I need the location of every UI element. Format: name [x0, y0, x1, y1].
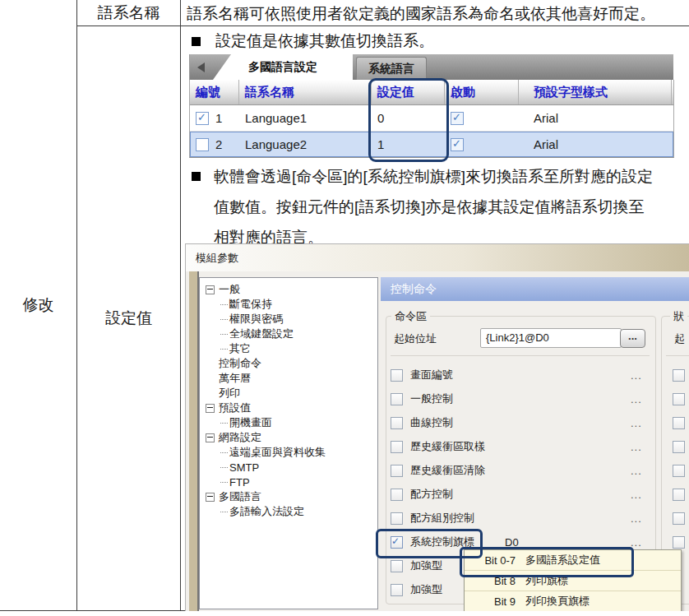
row-number: 2: [215, 137, 222, 151]
tab-scroll-left-icon[interactable]: [197, 63, 205, 72]
column-header-number: 編號: [190, 80, 239, 104]
ellipsis-button[interactable]: ...: [631, 512, 642, 525]
bit-description: 列印換頁旗標: [525, 594, 590, 609]
tree-item-network-settings[interactable]: 網路設定: [200, 430, 377, 445]
enabled-checkbox[interactable]: [196, 138, 209, 151]
tree-label: 萬年曆: [219, 371, 251, 386]
separator: [391, 355, 650, 356]
checkbox-row-screen-number[interactable]: 畫面編號...: [391, 367, 649, 383]
ellipsis-button[interactable]: ...: [631, 369, 642, 382]
checkbox-row-history-clear[interactable]: 歷史緩衝區清除...: [391, 462, 649, 479]
checkbox-label: 畫面編號: [410, 368, 453, 382]
checkbox-icon[interactable]: [391, 393, 403, 405]
active-checkbox[interactable]: [451, 112, 464, 125]
browse-button[interactable]: ...: [620, 329, 645, 348]
dialog-title: 模組參數: [196, 244, 238, 271]
tree-label: 一般: [219, 282, 240, 297]
dialog-title-bar[interactable]: 模組參數: [186, 244, 689, 271]
checkbox-label: 曲線控制: [410, 415, 453, 430]
checkbox-label: 歷史緩衝區取樣: [410, 439, 485, 454]
checkbox-row-recipe-control[interactable]: 配方控制...: [391, 486, 649, 503]
checkbox-icon[interactable]: [391, 512, 403, 525]
checkbox-row-general-control[interactable]: 一般控制...: [391, 391, 649, 407]
checkbox-row-history-sample[interactable]: 歷史緩衝區取樣...: [391, 438, 649, 455]
status-checkbox-icon[interactable]: [673, 393, 685, 405]
tab-bar: 多國語言設定 系統語言: [189, 54, 673, 80]
tab-multilanguage-settings[interactable]: 多國語言設定: [213, 54, 353, 80]
column-header-active: 啟動: [445, 80, 519, 104]
tree-item-power-retain[interactable]: 斷電保持: [200, 297, 377, 312]
checkbox-icon[interactable]: [391, 560, 403, 572]
tree-item-print[interactable]: 列印: [200, 386, 377, 401]
tab-system-language[interactable]: 系統語言: [356, 57, 427, 81]
tree-label: 開機畫面: [229, 415, 272, 430]
collapse-icon[interactable]: [206, 433, 215, 442]
tree-item-multilanguage[interactable]: 多國語言: [200, 489, 377, 504]
tree-item-remote-desktop[interactable]: 遠端桌面與資料收集: [200, 445, 377, 460]
settings-tree: 一般 斷電保持 權限與密碼 全域鍵盤設定 其它 控制命令 萬年曆 列印 預設值 …: [199, 277, 378, 609]
tree-label: SMTP: [229, 461, 259, 474]
ellipsis-button[interactable]: ...: [631, 465, 642, 477]
checkbox-icon[interactable]: [391, 417, 403, 429]
tree-label: 列印: [219, 386, 240, 401]
checkbox-icon[interactable]: [391, 584, 403, 596]
checkbox-row-curve-control[interactable]: 曲線控制...: [391, 415, 649, 431]
column-header-font: 預設字型樣式: [519, 80, 672, 104]
status-checkbox-icon[interactable]: [673, 441, 685, 453]
module-parameters-dialog: 模組參數 一般 斷電保持 權限與密碼 全域鍵盤設定 其它 控制命令 萬年曆 列印…: [185, 243, 689, 611]
checkbox-icon[interactable]: [391, 369, 403, 382]
ellipsis-button[interactable]: ...: [631, 417, 642, 429]
status-checkbox-icon[interactable]: [673, 512, 685, 525]
checkbox-label: 加強型: [410, 558, 442, 573]
checkbox-icon[interactable]: [391, 465, 403, 477]
tree-item-permissions-password[interactable]: 權限與密碼: [200, 312, 377, 327]
active-checkbox[interactable]: [451, 138, 464, 151]
tree-item-boot-screen[interactable]: 開機畫面: [200, 415, 377, 430]
language-name-cell: Language1: [239, 105, 372, 131]
tree-item-other[interactable]: 其它: [200, 341, 377, 356]
checkbox-icon[interactable]: [391, 489, 403, 501]
enabled-checkbox[interactable]: [196, 112, 209, 125]
tooltip-row-bit9: Bit 9列印換頁旗標: [465, 591, 681, 611]
start-address-label: 起始位址: [394, 331, 437, 346]
collapse-icon[interactable]: [206, 404, 215, 413]
ellipsis-button[interactable]: ...: [631, 489, 642, 501]
tree-label: 多國語言: [219, 489, 261, 504]
paragraph-line: 軟體會透過[命令區]的[系統控制旗標]來切換語系至所對應的設定: [214, 161, 653, 192]
checkbox-icon[interactable]: [391, 441, 403, 453]
tree-item-control-command[interactable]: 控制命令: [200, 356, 377, 371]
tree-item-calendar[interactable]: 萬年曆: [200, 371, 377, 386]
tree-item-general[interactable]: 一般: [200, 282, 377, 297]
bit0-7-highlight: [460, 547, 634, 577]
collapse-icon[interactable]: [206, 493, 215, 502]
collapse-icon[interactable]: [206, 285, 215, 294]
status-checkbox-icon[interactable]: [673, 465, 685, 477]
checkbox-label: 加強型: [410, 582, 442, 597]
row-number: 1: [215, 111, 222, 125]
checkbox-row-recipe-group-control[interactable]: 配方組別控制...: [391, 510, 649, 526]
checkbox-label: 一般控制: [410, 391, 453, 406]
language-name-description: 語系名稱可依照使用者欲定義的國家語系為命名或依其他喜好而定。: [187, 3, 655, 25]
tree-item-ftp[interactable]: FTP: [200, 475, 377, 489]
checkbox-label: 配方控制: [410, 487, 453, 502]
tree-label: 控制命令: [219, 356, 261, 371]
tree-item-global-keyboard[interactable]: 全域鍵盤設定: [200, 327, 377, 341]
bit-range: Bit 9: [465, 595, 516, 608]
row-header-modify: 修改: [0, 0, 76, 610]
status-checkbox-icon[interactable]: [673, 369, 685, 382]
ellipsis-button[interactable]: ...: [631, 536, 642, 549]
tree-label: 多語輸入法設定: [229, 504, 304, 519]
ellipsis-button[interactable]: ...: [631, 441, 642, 453]
start-address-input[interactable]: {Link2}1@D0: [480, 328, 622, 348]
tree-item-smtp[interactable]: SMTP: [200, 460, 377, 475]
tree-label: 斷電保持: [229, 297, 272, 312]
command-area-label: 命令區: [391, 309, 430, 324]
status-checkbox-icon[interactable]: [673, 417, 685, 429]
column-header-name: 語系名稱: [239, 80, 372, 104]
status-checkbox-icon[interactable]: [673, 536, 685, 549]
status-checkbox-icon[interactable]: [673, 489, 685, 501]
ellipsis-button[interactable]: ...: [631, 393, 642, 405]
bullet-icon: [192, 172, 201, 181]
tree-item-input-method[interactable]: 多語輸入法設定: [200, 504, 377, 519]
tree-item-defaults[interactable]: 預設值: [200, 401, 377, 415]
